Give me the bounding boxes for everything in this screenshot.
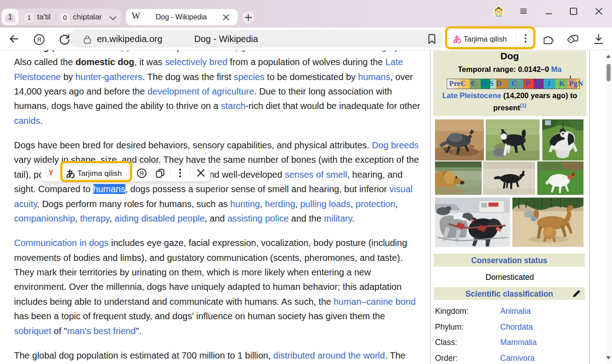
svg-text:Я: Я [139, 170, 143, 177]
svg-text:Я: Я [37, 36, 41, 43]
svg-text:Y: Y [48, 169, 53, 177]
